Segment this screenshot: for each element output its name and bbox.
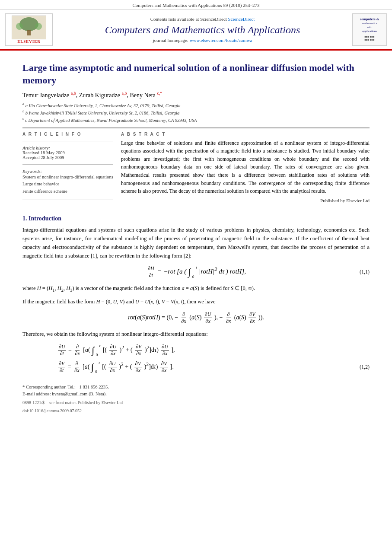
rot-equation-block: rot(a(S)rotH) = (0, − ∂ ∂x (a(S) ∂U ∂x )… [22,311,370,325]
elsevier-tree-icon [12,16,46,39]
journal-ref-text: Computers and Mathematics with Applicati… [132,3,259,8]
keywords-list: System of nonlinear integro-differential… [22,174,113,195]
footnote-corresponding: * Corresponding author. Tel.: +1 831 656… [22,384,370,391]
article-body: Large time asymptotic and numerical solu… [0,51,392,418]
equation-1-2-number: (1,2) [360,364,370,370]
abstract-heading: A B S T R A C T [121,132,370,137]
affiliations: a a Ilia Chavchavadze State University, … [22,102,370,124]
equation-1-1-number: (1,1) [360,269,370,275]
eq-1-2-row2: ∂V ∂t = ∂ ∂x [a( ∫ 0 t [( ∂U ∂x [57,360,370,374]
footnote-email: E-mail address: byneta@gmail.com (B. Net… [22,391,370,398]
sciencedirect-link[interactable]: ScienceDirect [228,16,255,22]
svg-point-3 [16,23,23,30]
journal-header: ELSEVIER Contents lists available at Sci… [0,10,392,51]
header-divider [22,127,370,128]
equation-1-1-block: ∂H ∂t = −rot [a ( ∫ 0 t |rotH|2 dτ ) rot… [22,265,370,279]
elsevier-brand-text: ELSEVIER [17,39,41,44]
rot-equation: rot(a(S)rotH) = (0, − ∂ ∂x (a(S) ∂U ∂x )… [128,311,264,325]
affiliation-a: a a Ilia Chavchavadze State University, … [22,102,370,109]
received-date: Received 18 May 2009 [22,150,113,155]
authors-line: Temur Jangveladze a,b, Zurab Kiguradze a… [22,91,370,99]
if-text: If the magnetic field has the form H = (… [22,297,370,306]
abstract-column: A B S T R A C T Large time behavior of s… [121,132,370,204]
keyword-3: Finite difference scheme [22,188,113,195]
affiliation-b: b b Ivane Javakhishvili Tbilisi State Un… [22,109,370,116]
info-divider-1 [22,141,113,141]
equation-1-2-block: ∂U ∂t = ∂ ∂x [a( ∫ 0 t [( ∂U ∂x [57,344,370,374]
eq-1-2-row1: ∂U ∂t = ∂ ∂x [a( ∫ 0 t [( ∂U ∂x [57,344,370,357]
footnote-area: * Corresponding author. Tel.: +1 831 656… [22,381,370,414]
info-divider-3 [22,200,113,200]
article-info-heading: A R T I C L E I N F O [22,132,113,137]
svg-rect-2 [27,30,31,35]
journal-homepage: journal homepage: www.elsevier.com/locat… [153,38,252,43]
accepted-date: Accepted 28 July 2009 [22,155,113,160]
equation-1-1: ∂H ∂t = −rot [a ( ∫ 0 t |rotH|2 dτ ) rot… [146,265,246,279]
contents-available-line: Contents lists available at ScienceDirec… [150,16,255,22]
author-neta: Beny Neta [130,92,155,99]
introduction-heading: 1. Introduction [22,215,370,222]
author-neta-sup: c,* [157,91,162,96]
article-info-abstract-section: A R T I C L E I N F O Article history: R… [22,132,370,204]
author-kiguradze-sup: a,b [121,91,127,96]
page: Computers and Mathematics with Applicati… [0,0,392,535]
doi-line: doi:10.1016/j.camwa.2009.07.052 [22,408,370,414]
published-line: Published by Elsevier Ltd [121,198,370,203]
svg-point-1 [19,17,38,31]
info-divider-2 [22,164,113,165]
history-label: Article history: [22,146,113,150]
section-divider [22,209,370,209]
where-text: where H = (H1, H2, H3) is a vector of th… [22,284,370,294]
affiliation-c: c c Department of Applied Mathematics, N… [22,116,370,124]
journal-right-logo: computers & mathematics with application… [352,13,387,46]
author-jangveladze: Temur Jangveladze [22,92,69,99]
svg-point-4 [35,23,42,30]
journal-center: Contents lists available at ScienceDirec… [57,13,348,46]
homepage-link[interactable]: www.elsevier.com/locate/camwa [190,38,252,43]
keyword-2: Large time behavior [22,181,113,188]
journal-reference-bar: Computers and Mathematics with Applicati… [0,0,392,10]
elsevier-logo: ELSEVIER [5,13,53,46]
keywords-label: Keywords: [22,169,113,174]
article-title: Large time asymptotic and numerical solu… [22,62,370,86]
author-jangveladze-sup: a,b [71,91,76,96]
issn-line: 0898-1221/$ – see front matter. Publishe… [22,399,370,406]
journal-title: Computers and Mathematics with Applicati… [105,24,300,36]
keyword-1: System of nonlinear integro-differential… [22,174,113,181]
therefore-text: Therefore, we obtain the following syste… [22,330,370,338]
frac-dH-dt: ∂H ∂t [147,265,155,279]
author-kiguradze: Zurab Kiguradze [79,92,120,99]
article-info-column: A R T I C L E I N F O Article history: R… [22,132,113,204]
introduction-paragraph-1: Integro-differential equations and syste… [22,226,370,260]
abstract-text: Large time behavior of solutions and fin… [121,139,370,195]
